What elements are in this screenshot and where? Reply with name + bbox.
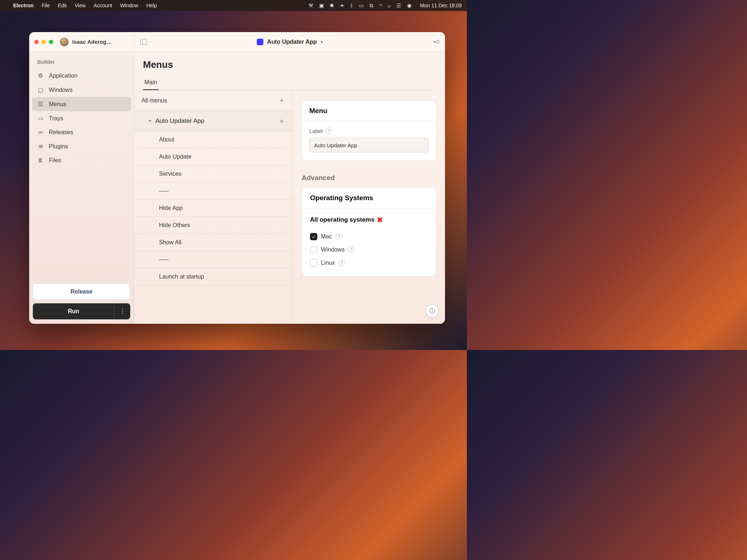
traffic-lights: [34, 40, 53, 44]
sidebar-item-application[interactable]: ⚙ Application: [32, 69, 131, 83]
main-panel: Menus Main All menus ＋ ▼ Auto Updater Ap…: [134, 52, 445, 324]
sidebar-item-menus[interactable]: ☰ Menus: [32, 97, 131, 111]
tool-icon[interactable]: ⚒︎: [309, 3, 313, 8]
sidebar-toggle-icon[interactable]: [140, 38, 148, 46]
disclosure-triangle-icon[interactable]: ▼: [148, 119, 152, 123]
menu-item-separator[interactable]: -----: [134, 183, 293, 200]
menu-tree-root-label: Auto Updater App: [155, 117, 204, 125]
tab-main[interactable]: Main: [143, 75, 159, 90]
sidebar-item-trays[interactable]: ▭ Trays: [32, 111, 131, 125]
os-label: Windows: [321, 246, 345, 253]
page-title: Menus: [143, 59, 436, 70]
help-icon[interactable]: ?: [336, 233, 342, 240]
wifi-icon[interactable]: ⌔: [379, 3, 382, 8]
menu-item[interactable]: Services: [134, 166, 293, 183]
checkbox[interactable]: [310, 259, 317, 267]
minimize-button[interactable]: [42, 40, 46, 44]
chevron-down-icon[interactable]: ▾: [321, 39, 323, 44]
help-icon[interactable]: ?: [348, 246, 355, 253]
status-icons: ⚒︎ ▣ ✱ ❧ ᛒ ▭ ⧉ ⌔ ⌕ ☰ ◉ Mon 11 Dec 18:09: [309, 3, 462, 9]
sidebar-item-releases[interactable]: ∞ Releases: [32, 125, 131, 139]
help-icon[interactable]: ?: [326, 128, 332, 134]
os-row-mac[interactable]: ✓ Mac ?: [310, 230, 428, 243]
menu-item[interactable]: Launch at startup: [134, 268, 293, 285]
display-icon[interactable]: ⧉: [369, 3, 373, 9]
sidebar-item-label: Plugins: [49, 143, 68, 150]
os-label: Mac: [321, 233, 332, 240]
menubar-edit[interactable]: Edit: [58, 3, 67, 8]
os-label: Linux: [321, 260, 335, 266]
checkbox[interactable]: [310, 246, 317, 253]
os-row-windows[interactable]: Windows ?: [310, 243, 428, 256]
sidebar-header: Builder: [32, 56, 131, 69]
app-icon: [257, 39, 263, 45]
menu-tree-root[interactable]: ▼ Auto Updater App ＋: [134, 111, 293, 131]
run-button[interactable]: Run: [33, 303, 114, 319]
menu-item[interactable]: About: [134, 131, 293, 148]
os-row-linux[interactable]: Linux ?: [310, 256, 428, 269]
sidebar-item-label: Files: [49, 157, 61, 164]
screen-icon[interactable]: ▣: [319, 3, 324, 8]
sidebar: Builder ⚙ Application ▢ Windows ☰ Menus …: [29, 52, 134, 324]
app-window: Isaac Aderog… Auto Updater App ▾ ▾☰ Buil…: [29, 32, 445, 324]
gear-icon: ⚙: [37, 72, 44, 79]
all-os-row: All operating systems ✖: [310, 215, 428, 224]
sidebar-item-plugins[interactable]: ≋ Plugins: [32, 139, 131, 153]
sidebar-item-label: Windows: [49, 87, 73, 93]
menubar-view[interactable]: View: [75, 3, 86, 8]
sidebar-item-windows[interactable]: ▢ Windows: [32, 83, 131, 97]
label-input[interactable]: [309, 138, 429, 152]
sort-icon[interactable]: ▾☰: [434, 39, 440, 44]
menu-item[interactable]: Show All: [134, 234, 293, 251]
help-icon[interactable]: ?: [338, 260, 345, 266]
spotlight-icon[interactable]: ⌕: [388, 3, 391, 8]
control-center-icon[interactable]: ☰: [396, 3, 401, 8]
menubar-app-name[interactable]: Electron: [13, 3, 34, 8]
dnd-icon[interactable]: ✱: [330, 3, 334, 8]
add-menu-button[interactable]: ＋: [278, 96, 285, 105]
os-card-title: Operating Systems: [302, 187, 436, 209]
file-icon: 🗎: [37, 157, 44, 164]
label-field-label: Label ?: [309, 128, 429, 134]
sidebar-item-files[interactable]: 🗎 Files: [32, 153, 131, 167]
menubar-clock[interactable]: Mon 11 Dec 18:09: [420, 3, 462, 8]
tray-icon: ▭: [37, 115, 44, 122]
menu-tree: All menus ＋ ▼ Auto Updater App ＋ Abo: [134, 90, 293, 324]
siri-icon[interactable]: ◉: [407, 3, 411, 8]
menubar-file[interactable]: File: [42, 3, 50, 8]
advanced-section-label: Advanced: [302, 174, 436, 182]
sidebar-item-label: Menus: [49, 101, 66, 108]
add-menu-item-button[interactable]: ＋: [278, 116, 285, 126]
sidebar-item-label: Trays: [49, 115, 63, 122]
avatar[interactable]: [60, 38, 69, 46]
battery-icon[interactable]: ▭: [359, 3, 364, 8]
share-icon: ∞: [37, 129, 44, 136]
menu-item[interactable]: Hide App: [134, 200, 293, 217]
svg-rect-0: [141, 39, 147, 44]
bluetooth-icon[interactable]: ᛒ: [350, 3, 353, 8]
run-more-button[interactable]: ⋮: [114, 303, 130, 319]
menu-item[interactable]: Hide Others: [134, 217, 293, 234]
menu-item[interactable]: Auto Update: [134, 148, 293, 166]
menu-item-separator[interactable]: -----: [134, 251, 293, 268]
all-menus-label: All menus: [142, 97, 167, 104]
app-title[interactable]: Auto Updater App: [267, 39, 317, 45]
close-button[interactable]: [34, 40, 39, 44]
os-card: Operating Systems All operating systems …: [302, 187, 436, 276]
sidebar-item-label: Application: [49, 73, 77, 79]
titlebar: Isaac Aderog… Auto Updater App ▾ ▾☰: [29, 32, 445, 52]
release-button[interactable]: Release: [33, 284, 130, 300]
checkbox-checked[interactable]: ✓: [310, 233, 317, 240]
macos-menubar: Electron File Edit View Account Window H…: [0, 0, 467, 11]
menubar-help[interactable]: Help: [146, 3, 157, 8]
info-button[interactable]: ⓘ: [426, 305, 438, 317]
tabs: Main: [143, 75, 436, 90]
x-icon: ✖: [377, 215, 383, 224]
menubar-window[interactable]: Window: [120, 3, 138, 8]
menubar-account[interactable]: Account: [94, 3, 112, 8]
maximize-button[interactable]: [49, 40, 53, 44]
menu-icon: ☰: [37, 101, 44, 108]
all-menus-row[interactable]: All menus ＋: [134, 90, 293, 111]
user-name: Isaac Aderog…: [72, 39, 112, 45]
evernote-icon[interactable]: ❧: [340, 3, 344, 8]
